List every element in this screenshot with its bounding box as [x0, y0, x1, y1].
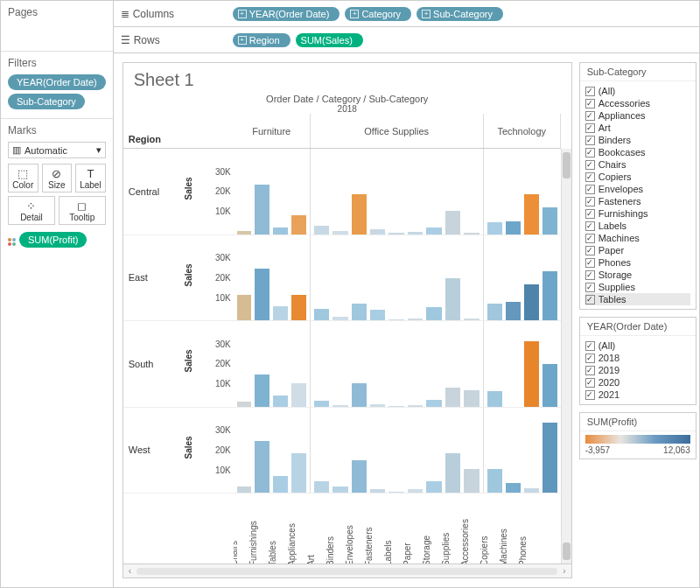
- bar[interactable]: [408, 489, 423, 493]
- filter-checkbox-row[interactable]: ✓Supplies: [585, 281, 690, 293]
- bar[interactable]: [255, 185, 270, 234]
- bar[interactable]: [388, 319, 403, 320]
- bar[interactable]: [237, 486, 252, 493]
- bar[interactable]: [426, 481, 441, 493]
- bar[interactable]: [332, 486, 347, 493]
- bar[interactable]: [273, 306, 288, 320]
- bar[interactable]: [291, 383, 306, 407]
- shelf-pill[interactable]: +Category: [345, 7, 411, 21]
- profit-pill[interactable]: SUM(Profit): [19, 232, 87, 248]
- bar[interactable]: [445, 453, 460, 493]
- filter-checkbox-row[interactable]: ✓Furnishings: [585, 207, 690, 220]
- filter-checkbox-row[interactable]: ✓2020: [585, 376, 690, 388]
- bar[interactable]: [524, 341, 539, 407]
- bar[interactable]: [487, 391, 502, 406]
- bar[interactable]: [370, 404, 385, 407]
- bar[interactable]: [332, 317, 347, 320]
- filter-checkbox-row[interactable]: ✓Fasteners: [585, 195, 690, 207]
- bar[interactable]: [314, 226, 329, 234]
- filter-checkbox-row[interactable]: ✓Tables: [585, 293, 690, 305]
- bar[interactable]: [464, 390, 479, 407]
- mark-tooltip[interactable]: ◻Tooltip: [59, 196, 106, 225]
- bar[interactable]: [273, 228, 288, 234]
- bar[interactable]: [237, 402, 252, 406]
- bar[interactable]: [524, 194, 539, 234]
- bar[interactable]: [542, 364, 557, 406]
- bar[interactable]: [370, 310, 385, 320]
- shelf-pill[interactable]: +Sub-Category: [416, 7, 503, 21]
- vertical-scrollbar[interactable]: [561, 114, 571, 564]
- bar[interactable]: [352, 383, 367, 407]
- bar[interactable]: [506, 221, 521, 234]
- shelf-pill[interactable]: +Region: [233, 33, 290, 47]
- shelf-pill[interactable]: SUM(Sales): [296, 33, 363, 47]
- bar[interactable]: [255, 269, 270, 320]
- filter-checkbox-row[interactable]: ✓Machines: [585, 232, 690, 244]
- bar[interactable]: [408, 405, 423, 407]
- bar[interactable]: [408, 232, 423, 234]
- filter-pill[interactable]: YEAR(Order Date): [8, 74, 106, 90]
- bar[interactable]: [388, 233, 403, 234]
- filter-checkbox-row[interactable]: ✓2018: [585, 352, 690, 364]
- bar[interactable]: [445, 388, 460, 406]
- mark-color[interactable]: ⬚Color: [8, 164, 38, 192]
- bar[interactable]: [291, 215, 306, 234]
- bar[interactable]: [487, 222, 502, 234]
- bar[interactable]: [464, 233, 479, 234]
- filter-pill[interactable]: Sub-Category: [8, 94, 85, 109]
- bar[interactable]: [332, 405, 347, 407]
- bar[interactable]: [408, 318, 423, 320]
- filter-checkbox-row[interactable]: ✓2021: [585, 388, 690, 401]
- bar[interactable]: [352, 304, 367, 320]
- bar[interactable]: [506, 483, 521, 493]
- filter-checkbox-row[interactable]: ✓Envelopes: [585, 183, 690, 195]
- bar[interactable]: [464, 318, 479, 320]
- bar[interactable]: [332, 231, 347, 234]
- bar[interactable]: [542, 423, 557, 493]
- bar[interactable]: [314, 309, 329, 320]
- bar[interactable]: [388, 492, 403, 493]
- bar[interactable]: [524, 284, 539, 320]
- mark-size[interactable]: ⊘Size: [42, 164, 73, 192]
- filter-checkbox-row[interactable]: ✓Chairs: [585, 158, 690, 171]
- filter-checkbox-row[interactable]: ✓Appliances: [585, 109, 690, 122]
- bar[interactable]: [524, 488, 539, 493]
- bar[interactable]: [426, 228, 441, 234]
- filter-checkbox-row[interactable]: ✓Phones: [585, 256, 690, 269]
- bar[interactable]: [426, 307, 441, 320]
- bar[interactable]: [542, 207, 557, 234]
- bar[interactable]: [445, 211, 460, 234]
- filter-checkbox-row[interactable]: ✓Copiers: [585, 171, 690, 183]
- bar[interactable]: [273, 396, 288, 406]
- bar[interactable]: [542, 271, 557, 320]
- bar[interactable]: [291, 453, 306, 493]
- bar[interactable]: [487, 304, 502, 320]
- filter-checkbox-row[interactable]: ✓(All): [585, 85, 690, 97]
- filter-checkbox-row[interactable]: ✓Labels: [585, 220, 690, 232]
- filter-checkbox-row[interactable]: ✓(All): [585, 340, 690, 352]
- filter-checkbox-row[interactable]: ✓Paper: [585, 244, 690, 256]
- bar[interactable]: [237, 231, 252, 234]
- bar[interactable]: [445, 278, 460, 320]
- horizontal-scrollbar[interactable]: ‹›: [123, 564, 571, 578]
- bar[interactable]: [273, 476, 288, 493]
- sheet-title[interactable]: Sheet 1: [123, 63, 571, 94]
- bar[interactable]: [255, 441, 270, 493]
- marks-type-select[interactable]: ▥Automatic ▾: [8, 142, 106, 158]
- bar[interactable]: [352, 460, 367, 493]
- bar[interactable]: [370, 489, 385, 493]
- filter-checkbox-row[interactable]: ✓Binders: [585, 134, 690, 146]
- filter-checkbox-row[interactable]: ✓Storage: [585, 269, 690, 281]
- bar[interactable]: [426, 400, 441, 407]
- filter-checkbox-row[interactable]: ✓Bookcases: [585, 146, 690, 158]
- filter-checkbox-row[interactable]: ✓2019: [585, 364, 690, 376]
- filter-checkbox-row[interactable]: ✓Accessories: [585, 97, 690, 109]
- bar[interactable]: [506, 302, 521, 320]
- mark-detail[interactable]: ⁘Detail: [8, 196, 55, 225]
- bar[interactable]: [388, 406, 403, 407]
- bar[interactable]: [291, 295, 306, 320]
- mark-label[interactable]: TLabel: [75, 164, 106, 192]
- bar[interactable]: [487, 469, 502, 493]
- bar[interactable]: [314, 481, 329, 493]
- bar[interactable]: [237, 295, 252, 320]
